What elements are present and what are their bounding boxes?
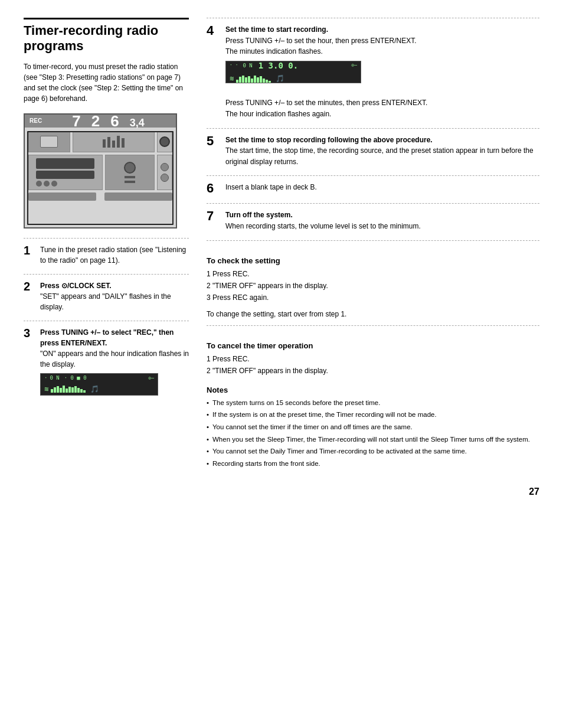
step-1-num: 1 xyxy=(24,244,35,256)
num-34: 3,4 xyxy=(130,117,145,128)
note-3: You cannot set the timer if the timer on… xyxy=(207,422,539,432)
intro-paragraph: To timer-record, you must preset the rad… xyxy=(24,61,189,104)
step-2: 2 Press ⊙/CLOCK SET. "SET" appears and "… xyxy=(24,274,189,312)
num-2: 2 xyxy=(91,113,100,129)
display-step3: · 0 N · 0 ■ 0 ⊙— ≋ xyxy=(40,373,158,396)
note-2: If the system is on at the preset time, … xyxy=(207,410,539,420)
right-step-5-num: 5 xyxy=(207,135,220,148)
right-step-7-num: 7 xyxy=(207,210,220,223)
step-3-content: Press TUNING +/– to select "REC," then p… xyxy=(40,327,189,399)
right-step-4: 4 Set the time to start recording. Press… xyxy=(207,18,539,120)
notes-title: Notes xyxy=(207,386,539,394)
notes-section: Notes The system turns on 15 seconds bef… xyxy=(207,386,539,469)
cancel-timer-section: To cancel the timer operation Press REC.… xyxy=(207,325,539,376)
check-setting-steps: Press REC. "TIMER OFF" appears in the di… xyxy=(207,269,539,303)
step-1: 1 Tune in the preset radio station (see … xyxy=(24,238,189,266)
right-step-6: 6 Insert a blank tape in deck B. xyxy=(207,175,539,195)
step-3: 3 Press TUNING +/– to select "REC," then… xyxy=(24,321,189,399)
cancel-timer-title: To cancel the timer operation xyxy=(207,341,539,350)
notes-list: The system turns on 15 seconds before th… xyxy=(207,398,539,469)
note-5: You cannot set the Daily Timer and Timer… xyxy=(207,446,539,456)
check-step-1: Press REC. xyxy=(207,269,539,279)
page-title: Timer-recording radio programs xyxy=(24,18,189,54)
page-number: 27 xyxy=(207,487,539,497)
note-4: When you set the Sleep Timer, the Timer-… xyxy=(207,435,539,445)
device-numbers: 7 2 6 3,4 xyxy=(45,113,171,129)
note-6: Recording starts from the front side. xyxy=(207,459,539,469)
page-layout: Timer-recording radio programs To timer-… xyxy=(24,18,539,497)
check-step-2: "TIMER OFF" appears in the display. xyxy=(207,280,539,291)
note-1: The system turns on 15 seconds before th… xyxy=(207,398,539,408)
right-step-5: 5 Set the time to stop recording followi… xyxy=(207,128,539,168)
check-setting-note: To change the setting, start over from s… xyxy=(207,309,539,319)
right-step-5-content: Set the time to stop recording following… xyxy=(225,135,539,168)
rec-label: REC xyxy=(30,117,42,124)
num-7: 7 xyxy=(72,113,80,129)
right-step-7-content: Turn off the system. When recording star… xyxy=(225,210,421,231)
left-steps: 1 Tune in the preset radio station (see … xyxy=(24,238,189,399)
step-1-content: Tune in the preset radio station (see "L… xyxy=(40,244,189,266)
cancel-timer-steps: Press REC. "TIMER OFF" appears in the di… xyxy=(207,354,539,376)
cancel-step-2: "TIMER OFF" appears in the display. xyxy=(207,365,539,376)
check-setting-section: To check the setting Press REC. "TIMER O… xyxy=(207,240,539,319)
right-step-4-content: Set the time to start recording. Press T… xyxy=(225,24,427,120)
cancel-step-1: Press REC. xyxy=(207,354,539,364)
step-2-content: Press ⊙/CLOCK SET. "SET" appears and "DA… xyxy=(40,280,189,312)
num-6: 6 xyxy=(110,113,119,129)
step-2-num: 2 xyxy=(24,280,35,292)
display-step4: · · 0 N 1 3.0 0. ⊙— ≋ xyxy=(225,61,361,83)
right-step-4-num: 4 xyxy=(207,24,220,37)
right-step-7: 7 Turn off the system. When recording st… xyxy=(207,203,539,231)
left-column: Timer-recording radio programs To timer-… xyxy=(24,18,189,497)
right-steps: 4 Set the time to start recording. Press… xyxy=(207,18,539,232)
right-step-6-content: Insert a blank tape in deck B. xyxy=(225,182,317,193)
device-body xyxy=(25,128,176,204)
device-illustration: REC 7 2 6 3,4 xyxy=(24,113,177,228)
right-column: 4 Set the time to start recording. Press… xyxy=(207,18,539,497)
step-3-num: 3 xyxy=(24,327,35,339)
check-step-3: Press REC again. xyxy=(207,292,539,303)
check-setting-title: To check the setting xyxy=(207,256,539,265)
right-step-6-num: 6 xyxy=(207,182,220,195)
